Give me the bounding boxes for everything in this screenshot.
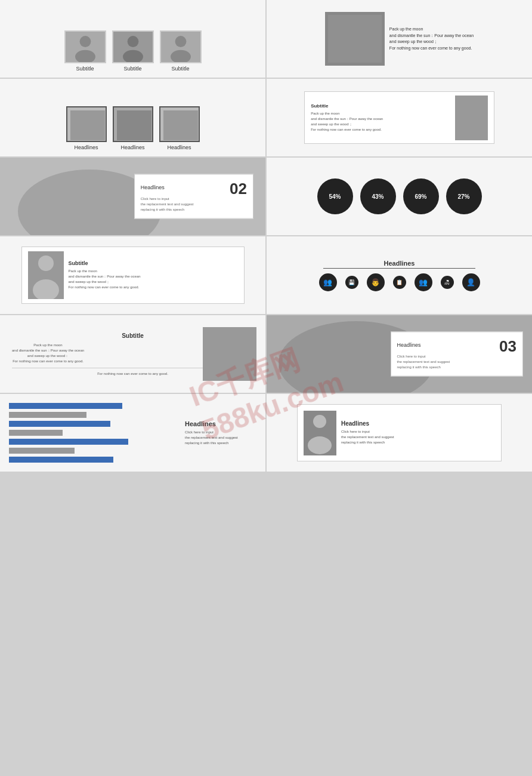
workflow-icon-1: 👥 — [319, 273, 337, 291]
slide-5r-headline: Headlines — [397, 342, 421, 348]
workflow-icon-4: 📋 — [393, 276, 406, 289]
portrait-label-1: Subtitle — [76, 66, 94, 72]
slide-5r-number: 03 — [499, 338, 516, 354]
slide-1-left: Subtitle Subtitle Subtitle — [0, 0, 265, 78]
slide-6l-text: Headlines Click here to input the replac… — [185, 420, 256, 446]
bar-row-1 — [9, 403, 179, 409]
svg-point-28 — [308, 436, 332, 454]
workflow-icon-6: 🏖 — [441, 276, 454, 289]
portrait-label-2: Subtitle — [123, 66, 141, 72]
svg-point-27 — [313, 415, 326, 428]
slide-6-left: Headlines Click here to input the replac… — [0, 394, 265, 472]
slide-4l-info-text: Subtitle Pack up the moon and dismantle … — [69, 260, 141, 290]
slide-3l-number: 02 — [230, 181, 247, 196]
portrait-img-1 — [64, 30, 106, 63]
slide-5l-divider — [12, 368, 205, 368]
bar-chart — [9, 403, 179, 463]
svg-point-4 — [127, 36, 138, 47]
slide-6r-card: Headlines Click here to input the replac… — [297, 404, 502, 462]
slide-5l-photo — [203, 327, 256, 381]
slide-5r-body: Click here to input the replacement text… — [397, 354, 517, 370]
bar-7 — [9, 457, 113, 463]
photo-img-3 — [159, 106, 200, 142]
slide-1-right: Pack up the moon and dismantle the sun：P… — [267, 0, 532, 78]
slide-4l-body: Pack up the moon and dismantle the sun：P… — [69, 269, 141, 290]
slide-4r-title: Headlines — [323, 260, 475, 269]
photo-img-2 — [113, 106, 153, 142]
slide-6l-title: Headlines — [185, 420, 256, 427]
slide-4r-icon-row: 👥 💾 👨 📋 👥 🏖 👤 — [319, 273, 480, 291]
portrait-card-2: Subtitle — [112, 30, 154, 72]
slide-2r-text-side: Subtitle Pack up the moon and dismantle … — [311, 103, 450, 133]
svg-point-7 — [175, 36, 186, 47]
svg-point-1 — [79, 36, 91, 47]
slide-1r-image — [325, 12, 385, 66]
photo-card-2: Headlines — [113, 106, 153, 150]
workflow-icon-2: 💾 — [345, 276, 358, 289]
slide-6-right: Headlines Click here to input the replac… — [267, 394, 532, 472]
bar-2 — [9, 412, 86, 418]
bar-3 — [9, 421, 110, 427]
svg-point-2 — [75, 50, 95, 63]
slide-3-left: Headlines 02 Click here to input the rep… — [0, 158, 265, 235]
portrait-img-2 — [112, 30, 154, 63]
bar-5 — [9, 439, 128, 445]
photo-img-1 — [66, 106, 107, 142]
slide-3l-overlay: Headlines 02 Click here to input the rep… — [134, 174, 253, 219]
photo-label-1: Headlines — [74, 144, 98, 150]
workflow-icon-5: 👥 — [415, 273, 432, 291]
slide-2-left: Headlines Headlines Headlines — [0, 79, 265, 156]
slide-5l-footer: For nothing now can ever come to any goo… — [97, 372, 168, 375]
svg-rect-16 — [163, 110, 198, 140]
workflow-icon-7: 👤 — [462, 273, 480, 291]
slide-6l-body: Click here to input the replacement text… — [185, 430, 256, 446]
svg-rect-14 — [117, 110, 151, 140]
svg-rect-12 — [70, 110, 105, 140]
pct-circle-1: 54% — [317, 178, 353, 214]
svg-point-5 — [123, 50, 143, 63]
bar-row-2 — [9, 412, 179, 418]
slide-3-right: 54% 43% 69% 27% — [267, 158, 532, 235]
photo-label-2: Headlines — [120, 144, 144, 150]
portrait-label-3: Subtitle — [171, 66, 189, 72]
svg-rect-17 — [455, 96, 488, 140]
slide-3l-headline: Headlines — [141, 184, 165, 190]
slide-5-right: Headlines 03 Click here to input the rep… — [267, 315, 532, 393]
slide-2r-subtitle: Subtitle — [311, 103, 450, 109]
portrait-card-3: Subtitle — [160, 30, 202, 72]
svg-point-21 — [38, 255, 54, 271]
slide-2r-image — [455, 96, 488, 140]
portrait-img-3 — [160, 30, 202, 63]
photo-card-3: Headlines — [159, 106, 200, 150]
slide-6r-text: Headlines Click here to input the replac… — [341, 420, 394, 445]
slide-2r-body: Pack up the moon and dismantle the sun：P… — [311, 111, 450, 133]
pct-circle-4: 27% — [446, 178, 482, 214]
slide-5-left: Subtitle Pack up the moon and dismantle … — [0, 315, 265, 393]
slide-4-left: Subtitle Pack up the moon and dismantle … — [0, 236, 265, 314]
slide-6r-person-img — [304, 411, 336, 455]
slide-6r-title: Headlines — [341, 420, 394, 427]
bar-1 — [9, 403, 122, 409]
workflow-icon-3: 👨 — [367, 273, 385, 291]
bar-4 — [9, 430, 63, 436]
slide-5l-body: Pack up the moon and dismantle the sun：P… — [12, 343, 84, 364]
slide-4l-card: Subtitle Pack up the moon and dismantle … — [21, 247, 245, 304]
pct-circle-2: 43% — [360, 178, 396, 214]
slide-2-right: Subtitle Pack up the moon and dismantle … — [267, 79, 532, 156]
bar-row-7 — [9, 457, 179, 463]
slide-6r-body: Click here to input the replacement text… — [341, 429, 394, 445]
portrait-card-1: Subtitle — [64, 30, 106, 72]
slide-4l-person-img — [28, 251, 64, 299]
bar-row-3 — [9, 421, 179, 427]
photo-card-1: Headlines — [66, 106, 107, 150]
slide-3l-body: Click here to input the replacement text… — [141, 196, 247, 213]
svg-rect-23 — [203, 327, 256, 381]
svg-rect-10 — [328, 15, 382, 63]
slide-2r-card: Subtitle Pack up the moon and dismantle … — [304, 91, 494, 144]
bar-row-4 — [9, 430, 179, 436]
slide-5r-overlay: Headlines 03 Click here to input the rep… — [391, 332, 524, 377]
photo-label-3: Headlines — [167, 144, 191, 150]
slide-5l-subtitle: Subtitle — [122, 332, 144, 339]
bar-row-6 — [9, 448, 179, 454]
bar-row-5 — [9, 439, 179, 445]
